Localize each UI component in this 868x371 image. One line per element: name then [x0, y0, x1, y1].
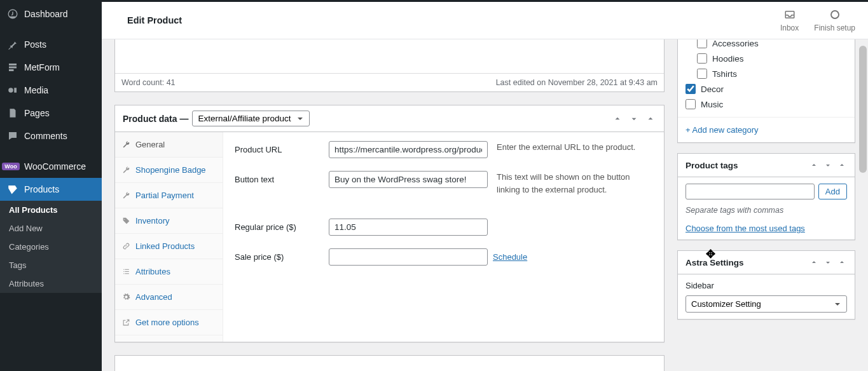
- category-label: Hoodies: [712, 54, 744, 64]
- external-icon: [121, 318, 130, 327]
- toggle-panel-icon[interactable]: [837, 160, 847, 170]
- svg-point-2: [831, 11, 839, 18]
- tab-advanced[interactable]: Advanced: [115, 285, 223, 310]
- category-checkbox[interactable]: [685, 99, 696, 109]
- wrench-icon: [121, 191, 130, 199]
- move-down-icon[interactable]: [628, 113, 640, 125]
- product-data-tabs: General Shopengine Badge Partial Payment…: [115, 132, 223, 342]
- tab-inventory[interactable]: Inventory: [115, 208, 223, 234]
- product-tags-panel: Product tags Add Separate tags with comm: [677, 153, 855, 240]
- button-text-label: Button text: [235, 171, 329, 184]
- tags-help-text: Separate tags with commas: [685, 206, 847, 215]
- sale-price-input[interactable]: [329, 248, 488, 266]
- submenu-add-new[interactable]: Add New: [0, 219, 102, 238]
- dashboard-icon: [6, 8, 19, 20]
- tag-icon: [121, 217, 130, 225]
- menu-media[interactable]: Media: [0, 79, 102, 102]
- scrollbar-thumb[interactable]: [859, 46, 867, 173]
- category-item[interactable]: Tshirts: [685, 66, 847, 81]
- product-categories-panel: ClothingAccessoriesHoodiesTshirtsDecorMu…: [677, 39, 855, 143]
- category-checkbox[interactable]: [697, 53, 707, 64]
- tab-attributes[interactable]: Attributes: [115, 259, 223, 285]
- menu-label: Pages: [24, 108, 50, 118]
- add-tag-button[interactable]: Add: [818, 184, 847, 199]
- tab-linked-products[interactable]: Linked Products: [115, 234, 223, 259]
- astra-settings-panel: Astra Settings ✥ Sidebar Customizer Sett…: [677, 250, 855, 320]
- link-icon: [121, 242, 130, 250]
- category-checkbox[interactable]: [685, 84, 696, 94]
- category-checkbox[interactable]: [697, 69, 707, 79]
- category-label: Tshirts: [712, 69, 737, 79]
- circle-icon: [829, 8, 841, 21]
- category-item[interactable]: Hoodies: [685, 51, 847, 66]
- category-label: Music: [701, 100, 723, 109]
- wrench-icon: [121, 140, 130, 149]
- product-url-input[interactable]: [329, 141, 488, 158]
- pin-icon: [6, 38, 19, 51]
- category-item[interactable]: Music: [685, 97, 847, 112]
- form-icon: [6, 61, 19, 74]
- tab-shopengine-badge[interactable]: Shopengine Badge: [115, 158, 223, 183]
- menu-label: WooCommerce: [24, 161, 86, 172]
- gear-icon: [121, 293, 130, 301]
- move-up-icon[interactable]: [809, 257, 819, 267]
- menu-pages[interactable]: Pages: [0, 102, 102, 125]
- menu-dashboard[interactable]: Dashboard: [0, 3, 102, 25]
- tab-partial-payment[interactable]: Partial Payment: [115, 183, 223, 208]
- regular-price-input[interactable]: [329, 219, 488, 236]
- move-down-icon[interactable]: [823, 257, 833, 267]
- tab-general[interactable]: General: [115, 132, 223, 158]
- scrollbar[interactable]: [858, 39, 868, 371]
- inbox-button[interactable]: Inbox: [780, 8, 799, 32]
- menu-label: Posts: [24, 39, 46, 50]
- category-item[interactable]: Accessories: [685, 39, 847, 51]
- sale-price-label: Sale price ($): [235, 248, 329, 262]
- tag-input[interactable]: [685, 184, 815, 199]
- product-url-help: Enter the external URL to the product.: [497, 141, 652, 154]
- button-text-input[interactable]: [329, 171, 488, 188]
- products-icon: [6, 183, 19, 196]
- menu-label: Dashboard: [24, 9, 68, 19]
- menu-comments[interactable]: Comments: [0, 125, 102, 147]
- word-count: Word count: 41: [121, 78, 176, 87]
- move-up-icon[interactable]: [612, 113, 623, 125]
- next-panel-placeholder: [114, 355, 665, 371]
- menu-label: MetForm: [24, 62, 60, 72]
- menu-products[interactable]: Products: [0, 178, 102, 201]
- wrench-icon: [121, 166, 130, 174]
- submenu-all-products[interactable]: All Products: [0, 201, 102, 219]
- product-url-label: Product URL: [235, 141, 329, 154]
- menu-label: Media: [24, 85, 48, 95]
- product-type-select[interactable]: External/Affiliate product: [192, 111, 310, 126]
- comment-icon: [6, 130, 19, 142]
- submenu-tags[interactable]: Tags: [0, 256, 102, 274]
- finish-setup-button[interactable]: Finish setup: [814, 8, 855, 32]
- admin-sidebar: Dashboard Posts MetForm Media Pages Comm…: [0, 0, 102, 371]
- sidebar-setting-select[interactable]: Customizer Setting: [685, 295, 847, 313]
- menu-metform[interactable]: MetForm: [0, 56, 102, 79]
- description-editor[interactable]: Word count: 41 Last edited on November 2…: [114, 39, 665, 92]
- move-down-icon[interactable]: [823, 160, 833, 170]
- last-edited: Last edited on November 28, 2021 at 9:43…: [496, 78, 658, 87]
- product-data-label: Product data —: [123, 114, 188, 124]
- schedule-link[interactable]: Schedule: [493, 252, 527, 262]
- choose-tags-link[interactable]: Choose from the most used tags: [685, 224, 805, 233]
- submenu-attributes[interactable]: Attributes: [0, 274, 102, 293]
- add-new-category-link[interactable]: + Add new category: [678, 123, 855, 142]
- sidebar-setting-label: Sidebar: [685, 281, 847, 290]
- tab-get-more-options[interactable]: Get more options: [115, 310, 223, 335]
- category-checkbox[interactable]: [697, 39, 707, 48]
- submenu-categories[interactable]: Categories: [0, 238, 102, 256]
- astra-settings-title: Astra Settings: [685, 258, 744, 267]
- menu-label: Products: [24, 184, 59, 194]
- toggle-panel-icon[interactable]: [837, 257, 847, 267]
- menu-woocommerce[interactable]: Woo WooCommerce: [0, 155, 102, 178]
- woocommerce-icon: Woo: [6, 160, 19, 173]
- category-item[interactable]: Decor: [685, 81, 847, 97]
- toggle-panel-icon[interactable]: [645, 113, 656, 125]
- move-up-icon[interactable]: [809, 160, 819, 170]
- page-title: Edit Product: [127, 15, 182, 25]
- menu-posts[interactable]: Posts: [0, 33, 102, 56]
- svg-point-0: [8, 88, 13, 93]
- product-data-panel: Product data — External/Affiliate produc…: [114, 105, 665, 342]
